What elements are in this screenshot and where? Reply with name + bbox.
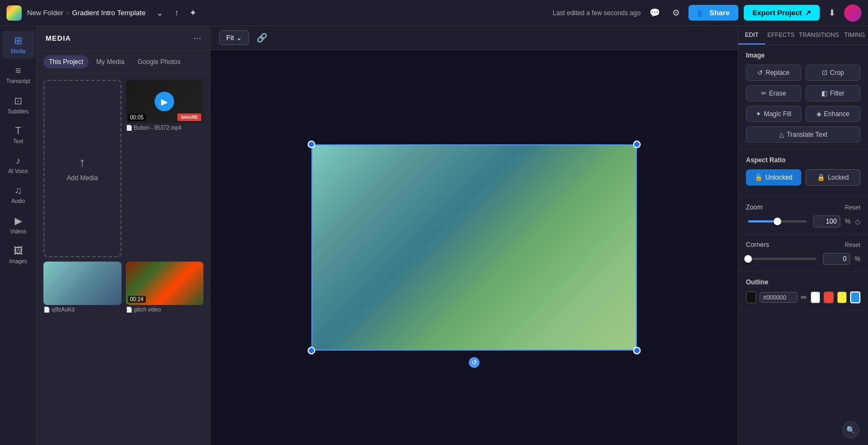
sidebar-item-ai-voice[interactable]: ♪ AI Voice xyxy=(2,151,35,179)
text-icon: T xyxy=(15,125,21,137)
outline-swatch-black[interactable] xyxy=(746,291,756,303)
sidebar-label-transcript: Transcript xyxy=(6,78,30,84)
link-icon-btn[interactable]: 🔗 xyxy=(253,29,271,46)
lock-icon: 🔒 xyxy=(817,174,825,181)
rotate-handle[interactable]: ↺ xyxy=(469,357,480,368)
erase-button[interactable]: ✏ Erase xyxy=(746,85,801,101)
share-icon: 👥 xyxy=(697,9,706,17)
outline-swatch-red[interactable] xyxy=(824,291,834,303)
translate-button[interactable]: △ Translate Text xyxy=(746,126,860,143)
add-media-button[interactable]: ↑ Add Media xyxy=(43,80,122,257)
project-name: Gradient Intro Template xyxy=(72,9,146,17)
zoom-slider[interactable] xyxy=(748,220,807,223)
filter-icon: ◧ xyxy=(821,90,827,97)
tab-edit[interactable]: EDIT xyxy=(738,26,765,44)
sidebar-item-transcript[interactable]: ≡ Transcript xyxy=(2,61,35,88)
add-media-label: Add Media xyxy=(67,174,98,182)
media-icon: ⊞ xyxy=(14,35,22,47)
zoom-input[interactable] xyxy=(813,215,840,227)
export-button[interactable]: Export Project ↗ xyxy=(744,5,820,21)
sidebar-item-images[interactable]: 🖼 Images xyxy=(2,241,35,269)
sidebar-label-media: Media xyxy=(11,48,25,54)
magic-fill-button[interactable]: ✦ Magic Fill xyxy=(746,106,801,122)
canvas-main: ↺ xyxy=(210,50,738,445)
zoom-percent: % xyxy=(845,218,851,225)
corners-reset-btn[interactable]: Reset xyxy=(845,241,860,248)
dropdown-btn[interactable]: ⌄ xyxy=(153,4,167,21)
handle-top-right[interactable] xyxy=(633,141,641,148)
share-button[interactable]: 👥 Share xyxy=(688,5,738,21)
tab-timing[interactable]: TIMING xyxy=(841,26,868,44)
zoom-label: Zoom xyxy=(746,204,763,211)
export-icon: ↗ xyxy=(805,9,811,17)
video2-duration: 00:24 xyxy=(128,296,146,303)
pen-icon[interactable]: ✏ xyxy=(801,293,807,302)
sidebar-label-text: Text xyxy=(13,138,23,144)
handle-top-left[interactable] xyxy=(308,141,315,148)
sidebar-label-videos: Videos xyxy=(10,228,26,234)
media-thumb-video2[interactable]: 00:24 📄 glitch video xyxy=(126,262,204,439)
canvas-area: Fit ⌄ 🔗 ↺ xyxy=(210,26,738,445)
aspect-ratio-title: Aspect Ratio xyxy=(746,156,860,164)
canvas-frame[interactable]: ↺ xyxy=(311,144,637,351)
media-more-button[interactable]: ··· xyxy=(193,33,201,44)
outline-title: Outline xyxy=(746,278,860,286)
export-label: Export Project xyxy=(752,9,802,17)
unlocked-button[interactable]: 🔓 Unlocked xyxy=(746,169,801,186)
sidebar-label-subtitles: Subtitles xyxy=(8,109,28,115)
tab-effects[interactable]: EFFECTS xyxy=(765,26,796,44)
translate-icon: △ xyxy=(779,131,784,138)
corners-input[interactable] xyxy=(823,253,850,265)
download-btn[interactable]: ⬇ xyxy=(825,4,839,21)
tab-transitions[interactable]: TRANSITIONS xyxy=(797,26,841,44)
user-avatar[interactable] xyxy=(844,4,861,22)
edit-status: Last edited a few seconds ago xyxy=(553,9,641,17)
share-upload-btn[interactable]: ↑ xyxy=(171,5,182,21)
sidebar-item-media[interactable]: ⊞ Media xyxy=(2,30,35,59)
zoom-diamond-icon[interactable]: ◇ xyxy=(855,218,860,226)
aspect-ratio-section: Aspect Ratio 🔓 Unlocked 🔒 Locked xyxy=(738,150,868,197)
app-logo xyxy=(7,5,22,21)
outline-swatch-blue[interactable] xyxy=(850,291,860,303)
outline-swatch-white[interactable] xyxy=(810,291,821,303)
handle-bottom-left[interactable] xyxy=(308,347,315,354)
crop-button[interactable]: ⊡ Crop xyxy=(806,65,861,81)
sidebar-item-videos[interactable]: ▶ Videos xyxy=(2,211,35,239)
media-thumb-video1[interactable]: ▶ SHARE 00:05 📄 Button - 85372.mp4 xyxy=(126,80,204,257)
sidebar-item-audio[interactable]: ♫ Audio xyxy=(2,181,35,208)
outline-swatch-yellow[interactable] xyxy=(837,291,847,303)
images-icon: 🖼 xyxy=(14,245,23,257)
tab-my-media[interactable]: My Media xyxy=(91,55,130,68)
tab-google-photos[interactable]: Google Photos xyxy=(132,55,186,68)
replace-button[interactable]: ↺ Replace xyxy=(746,65,801,81)
tab-this-project[interactable]: This Project xyxy=(43,55,88,68)
video1-name: Button - 85372.mp4 xyxy=(134,125,182,131)
erase-icon: ✏ xyxy=(761,90,767,97)
chevron-down-icon: ⌄ xyxy=(236,34,242,42)
right-panel-tabs: EDIT EFFECTS TRANSITIONS TIMING xyxy=(738,26,868,45)
fit-label: Fit xyxy=(226,34,234,42)
filter-button[interactable]: ◧ Filter xyxy=(806,85,861,101)
locked-button[interactable]: 🔒 Locked xyxy=(806,169,861,186)
search-timeline-btn[interactable]: 🔍 xyxy=(842,421,859,438)
media-thumb-image1[interactable]: 📄 sj9zAuKd xyxy=(43,262,122,439)
ai-voice-icon: ♪ xyxy=(16,155,21,167)
sidebar-item-subtitles[interactable]: ⊡ Subtitles xyxy=(2,91,35,119)
settings-btn[interactable]: ⚙ xyxy=(669,4,683,21)
topbar-actions: ⌄ ↑ ✦ xyxy=(153,4,200,21)
share-label: Share xyxy=(710,9,730,17)
handle-bottom-right[interactable] xyxy=(633,347,641,354)
sidebar-item-text[interactable]: T Text xyxy=(2,121,35,149)
outline-colors: ✏ xyxy=(746,291,860,303)
zoom-reset-btn[interactable]: Reset xyxy=(845,204,860,211)
comment-btn[interactable]: 💬 xyxy=(646,4,663,21)
corners-slider[interactable] xyxy=(748,258,816,260)
file-icon-1: 📄 xyxy=(126,125,132,131)
fit-button[interactable]: Fit ⌄ xyxy=(219,30,249,45)
media-panel-title: MEDIA xyxy=(46,34,71,42)
enhance-button[interactable]: ◈ Enhance xyxy=(806,106,861,122)
outline-hex-input[interactable] xyxy=(760,292,797,303)
image1-name: sj9zAuKd xyxy=(52,307,74,313)
folder-name[interactable]: New Folder xyxy=(27,9,63,17)
settings-icon-btn[interactable]: ✦ xyxy=(186,4,200,21)
